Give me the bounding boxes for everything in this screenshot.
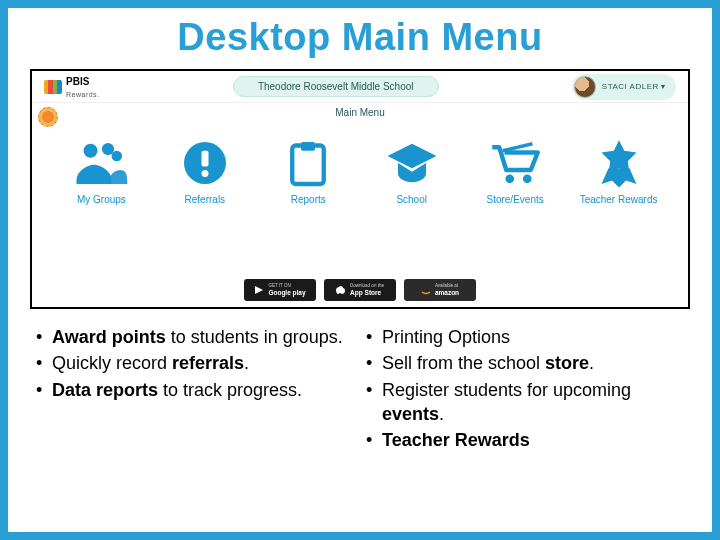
store-badges: GET IT ONGoogle play Download on theApp …: [32, 279, 688, 301]
logo-text: PBIS: [66, 76, 89, 87]
slide-title: Desktop Main Menu: [8, 8, 712, 65]
svg-rect-6: [293, 146, 325, 185]
tile-label: School: [396, 194, 427, 205]
svg-rect-7: [301, 142, 315, 151]
bullet-item: Quickly record referrals.: [34, 351, 356, 375]
svg-rect-4: [201, 151, 208, 167]
bullet-columns: Award points to students in groups. Quic…: [8, 317, 712, 454]
avatar: [574, 76, 596, 98]
google-play-icon: [254, 285, 264, 295]
tile-my-groups[interactable]: My Groups: [55, 138, 147, 205]
tile-label: Teacher Rewards: [580, 194, 658, 205]
tile-teacher-rewards[interactable]: Teacher Rewards: [573, 138, 665, 205]
app-store-badge[interactable]: Download on theApp Store: [324, 279, 396, 301]
bullet-item: Printing Options: [364, 325, 686, 349]
bullet-item: Register students for upcoming events.: [364, 378, 686, 427]
tile-label: Reports: [291, 194, 326, 205]
user-name-label: STACI ADLER ▾: [602, 82, 666, 91]
bullet-col-right: Printing Options Sell from the school st…: [364, 325, 686, 454]
user-menu[interactable]: STACI ADLER ▾: [572, 74, 676, 100]
logo-badge-icon: [44, 80, 62, 94]
tile-label: Referrals: [185, 194, 226, 205]
bullet-item: Teacher Rewards: [364, 428, 686, 452]
tile-row: My Groups Referrals Reports: [32, 122, 688, 213]
apple-icon: [336, 285, 346, 295]
logo-subtext: Rewards.: [66, 91, 100, 98]
bullet-item: Sell from the school store.: [364, 351, 686, 375]
svg-point-5: [201, 170, 208, 177]
tile-label: Store/Events: [486, 194, 543, 205]
svg-point-2: [112, 151, 123, 162]
app-screenshot: PBIS Rewards. Theodore Roosevelt Middle …: [30, 69, 690, 309]
cart-icon: [487, 138, 543, 188]
tile-store[interactable]: Store/Events: [469, 138, 561, 205]
slide: Desktop Main Menu PBIS Rewards. Theodore…: [0, 0, 720, 540]
alert-icon: [177, 138, 233, 188]
tile-referrals[interactable]: Referrals: [159, 138, 251, 205]
svg-point-0: [84, 144, 98, 158]
topbar: PBIS Rewards. Theodore Roosevelt Middle …: [32, 71, 688, 103]
tile-school[interactable]: School: [366, 138, 458, 205]
clipboard-icon: [280, 138, 336, 188]
amazon-badge[interactable]: Available atamazon: [404, 279, 476, 301]
star-badge-icon: [591, 138, 647, 188]
google-play-badge[interactable]: GET IT ONGoogle play: [244, 279, 316, 301]
school-pill[interactable]: Theodore Roosevelt Middle School: [233, 76, 439, 97]
graduation-icon: [384, 138, 440, 188]
groups-icon: [73, 138, 129, 188]
bullet-col-left: Award points to students in groups. Quic…: [34, 325, 356, 454]
bullet-item: Data reports to track progress.: [34, 378, 356, 402]
subheader: Main Menu: [32, 103, 688, 122]
bullet-item: Award points to students in groups.: [34, 325, 356, 349]
amazon-icon: [421, 285, 431, 295]
svg-point-8: [505, 174, 514, 183]
seal-badge-icon: [38, 107, 58, 127]
app-logo: PBIS Rewards.: [44, 75, 100, 99]
tile-reports[interactable]: Reports: [262, 138, 354, 205]
tile-label: My Groups: [77, 194, 126, 205]
svg-point-9: [523, 174, 532, 183]
